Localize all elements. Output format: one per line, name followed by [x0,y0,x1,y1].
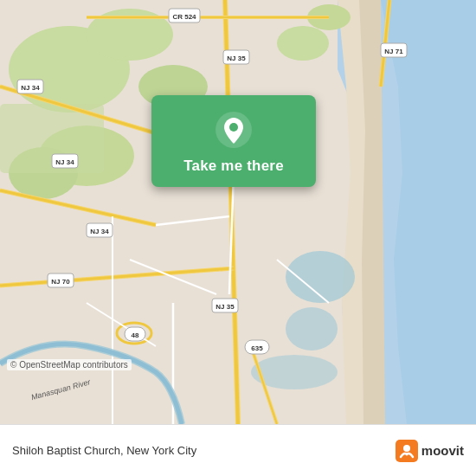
svg-text:NJ 70: NJ 70 [51,278,70,286]
take-me-there-label: Take me there [183,158,284,175]
bottom-bar: Shiloh Baptist Church, New York City moo… [0,424,476,476]
svg-text:NJ 34: NJ 34 [55,158,74,166]
moovit-icon [396,440,418,462]
svg-point-11 [277,26,329,61]
svg-text:48: 48 [132,331,139,339]
svg-text:635: 635 [251,344,263,352]
svg-point-63 [229,123,238,132]
svg-text:NJ 34: NJ 34 [90,228,109,235]
svg-point-65 [403,445,410,452]
svg-text:CR 524: CR 524 [172,13,196,21]
svg-text:NJ 34: NJ 34 [21,84,40,92]
location-pin-icon [215,111,253,149]
svg-text:NJ 35: NJ 35 [215,303,235,311]
take-me-there-popup[interactable]: Take me there [151,95,316,187]
svg-point-14 [286,307,338,351]
map-container: CR 524 NJ 35 NJ 35 NJ 35 NJ 34 NJ 34 NJ … [0,0,476,424]
moovit-logo: moovit [396,440,464,462]
location-text: Shiloh Baptist Church, New York City [12,444,396,457]
moovit-text: moovit [421,443,464,458]
svg-text:NJ 35: NJ 35 [227,55,246,62]
map-attribution: © OpenStreetMap contributors [7,359,132,370]
svg-text:NJ 71: NJ 71 [384,48,403,55]
